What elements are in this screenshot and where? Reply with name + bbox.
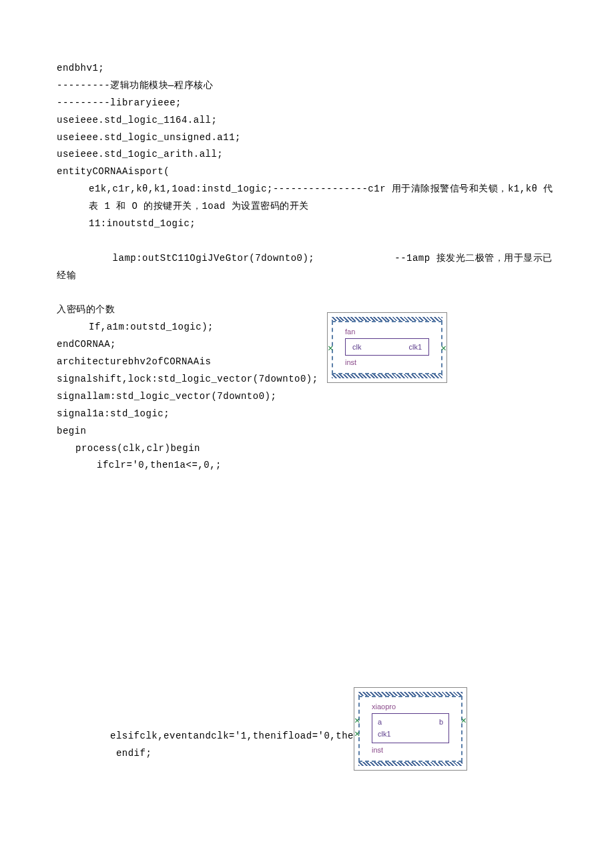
- code-line: endbhv1;: [57, 60, 557, 77]
- pin-right-icon: ✕: [461, 715, 467, 726]
- hatch-bottom: [358, 762, 463, 766]
- code-line: architecturebhv2ofCORNAAis: [57, 354, 557, 371]
- code-line: lamp:outStC11OgiJVeGtor(7downto0);--1amp…: [57, 233, 557, 302]
- instance-label: inst: [372, 746, 456, 754]
- code-line: elsifclk,eventandclk='1,thenifload='0,th…: [57, 728, 557, 745]
- code-line: begin: [57, 423, 557, 440]
- port-clk1: clk1: [378, 729, 443, 741]
- code-line: signal1a:std_1ogic;: [57, 406, 557, 423]
- pin-left-icon: ✕: [354, 715, 360, 726]
- code-line: ---------逻辑功能模块—程序核心: [57, 77, 557, 95]
- document-page: endbhv1; ---------逻辑功能模块—程序核心 ---------l…: [0, 0, 614, 789]
- pin-left-icon: ✕: [354, 728, 360, 739]
- diagram-inner: ✕ ✕ ✕ xiaopro a b clk1 inst: [358, 696, 463, 762]
- port-a: a: [378, 717, 382, 729]
- code-line: ---------libraryieee;: [57, 95, 557, 112]
- block-body: a b clk1: [372, 713, 449, 743]
- block-diagram-xiaopro: ✕ ✕ ✕ xiaopro a b clk1 inst: [354, 687, 467, 771]
- block-body: clk clk1: [345, 338, 429, 356]
- instance-label: inst: [345, 358, 436, 366]
- block-name: fan: [345, 328, 436, 336]
- block-diagram-fan: ✕ ✕ fan clk clk1 inst: [327, 312, 447, 383]
- code-line: signalshift,lock:std_logic_vector(7downt…: [57, 371, 557, 388]
- code-line: entityCORNAAisport(: [57, 163, 557, 181]
- code-line: signallam:std_logic_vector(7downto0);: [57, 388, 557, 406]
- port-right: clk1: [408, 343, 422, 351]
- code-line: process(clk,clr)begin: [57, 440, 557, 458]
- code-line: 11:inoutstd_1ogic;: [57, 215, 557, 233]
- code-line: useieee.std_logic_unsigned.a11;: [57, 129, 557, 147]
- pin-left-icon: ✕: [328, 342, 333, 354]
- code-fragment: lamp:outStC11OgiJVeGtor(7downto0);: [113, 253, 315, 264]
- port-b: b: [439, 717, 443, 729]
- diagram-inner: ✕ ✕ fan clk clk1 inst: [332, 321, 442, 374]
- code-line: endif;: [57, 745, 557, 763]
- spacer: [57, 474, 557, 728]
- code-line: useieee.std_logic_1164.all;: [57, 112, 557, 129]
- pin-right-icon: ✕: [441, 342, 446, 354]
- code-line: 入密码的个数: [57, 302, 557, 319]
- code-line: endCORNAA;: [57, 336, 557, 354]
- code-line: If,a1m:outstd_1ogic);: [57, 319, 557, 336]
- block-name: xiaopro: [372, 703, 456, 711]
- port-left: clk: [352, 343, 361, 351]
- hatch-bottom: [332, 374, 442, 378]
- code-line: useieee.std_1ogic_arith.all;: [57, 146, 557, 163]
- code-line: ifclr='0,then1a<=,0,;: [57, 457, 557, 474]
- code-line: e1k,c1r,kθ,k1,1oad:instd_1ogic;---------…: [57, 181, 557, 215]
